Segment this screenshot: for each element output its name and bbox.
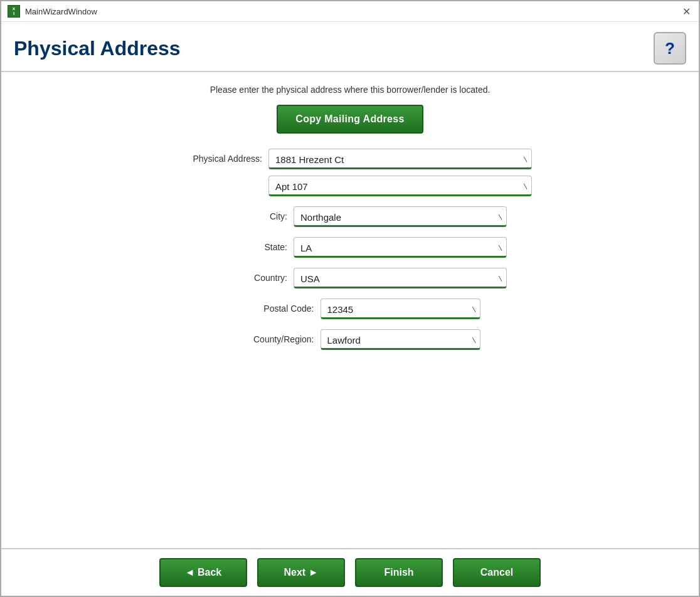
physical-address-label: Physical Address: [168,149,268,164]
city-wrapper: / [294,206,507,227]
postal-code-wrapper: / [321,298,480,319]
address-line2-input[interactable] [268,176,532,196]
state-row: State: / [51,237,649,258]
address-line2-wrapper: / [268,176,532,196]
county-region-row: County/Region: / [51,329,649,350]
country-row: Country: / [51,268,649,288]
help-button[interactable]: ? [654,32,686,65]
county-region-input[interactable] [321,329,480,350]
country-input[interactable] [294,268,507,288]
postal-code-label: Postal Code: [220,298,321,314]
country-label: Country: [193,268,294,283]
title-bar-left: xl MainWizardWindow [8,5,97,18]
cancel-button[interactable]: Cancel [453,558,541,587]
county-region-label: County/Region: [220,329,321,344]
address-line1-input[interactable] [268,149,532,169]
copy-mailing-button[interactable]: Copy Mailing Address [277,105,423,134]
app-icon: xl [8,5,20,18]
window-title: MainWizardWindow [25,7,97,16]
close-button[interactable]: ✕ [680,5,692,18]
main-window: xl MainWizardWindow ✕ Physical Address ?… [0,0,700,597]
header-section: Physical Address ? [1,22,699,72]
physical-address-row: Physical Address: / / [51,149,649,196]
description-text: Please enter the physical address where … [51,85,649,95]
address-line1-wrapper: / [268,149,532,169]
county-region-wrapper: / [321,329,480,350]
title-bar: xl MainWizardWindow ✕ [1,1,699,22]
city-input[interactable] [294,206,507,227]
city-row: City: / [51,206,649,227]
postal-code-input[interactable] [321,298,480,319]
next-button[interactable]: Next ► [257,558,345,587]
back-button[interactable]: ◄ Back [159,558,247,587]
country-wrapper: / [294,268,507,288]
postal-code-row: Postal Code: / [51,298,649,319]
state-input[interactable] [294,237,507,258]
finish-button[interactable]: Finish [355,558,443,587]
city-label: City: [193,206,294,221]
footer: ◄ Back Next ► Finish Cancel [1,548,699,596]
state-wrapper: / [294,237,507,258]
state-label: State: [193,237,294,252]
form-area: Physical Address: / / City: [51,149,649,350]
content-area: Please enter the physical address where … [1,72,699,548]
page-title: Physical Address [14,37,181,60]
help-icon: ? [665,39,675,58]
physical-address-fields: / / [268,149,532,196]
copy-button-wrapper: Copy Mailing Address [51,105,649,134]
